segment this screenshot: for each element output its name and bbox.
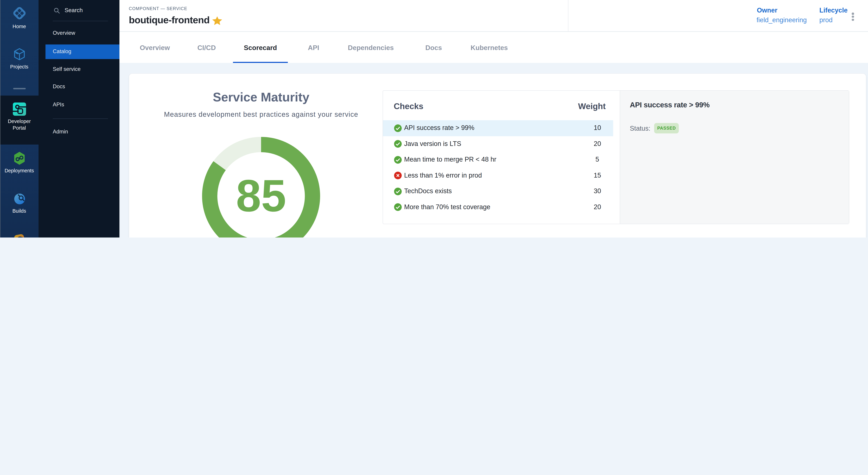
svg-text:85: 85 [236,171,286,221]
